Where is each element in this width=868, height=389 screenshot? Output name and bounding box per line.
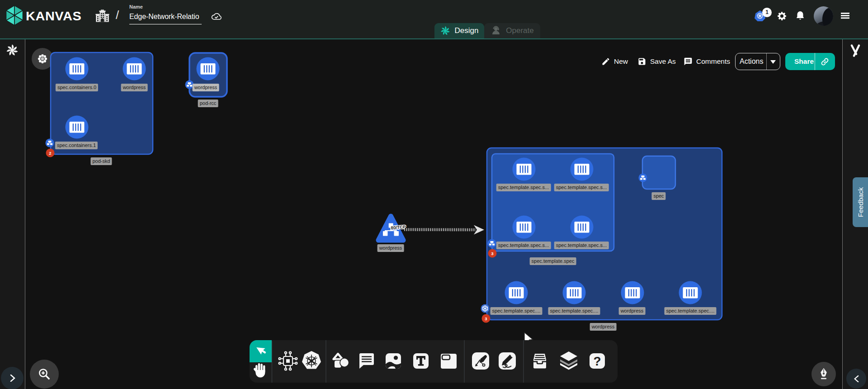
svg-text:80/TCP: 80/TCP bbox=[391, 224, 406, 230]
svg-text:3: 3 bbox=[485, 316, 487, 321]
svg-text:2: 2 bbox=[49, 151, 51, 156]
svg-text:3: 3 bbox=[491, 251, 493, 256]
svg-text:?: ? bbox=[593, 354, 601, 368]
